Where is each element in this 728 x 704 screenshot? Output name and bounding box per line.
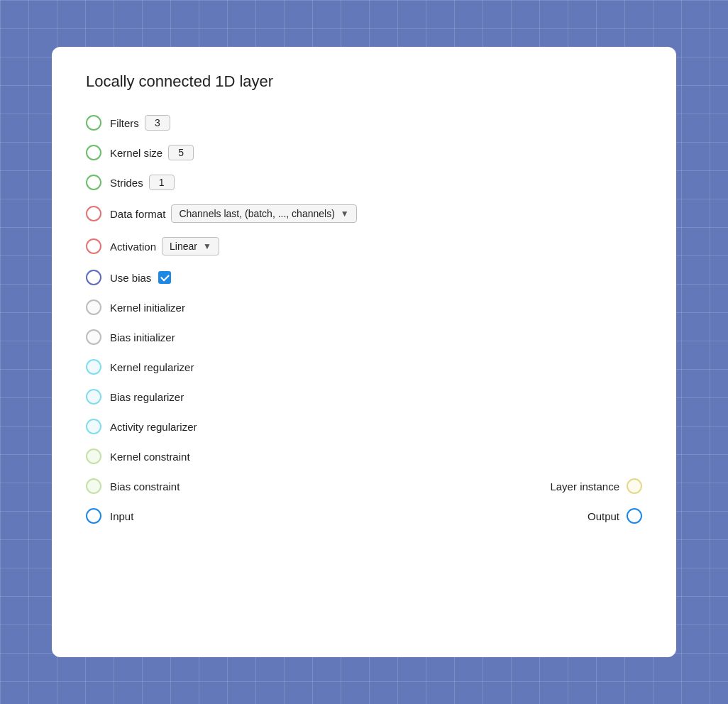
circle-bias-initializer [86,329,101,345]
row-kernel-initializer: Kernel initializer [86,292,642,322]
label-activity-regularizer: Activity regularizer [110,421,197,433]
label-input: Input [110,510,133,522]
row-strides: Strides 1 [86,167,642,197]
circle-strides [86,175,101,190]
label-strides: Strides [110,177,143,189]
circle-data-format [86,206,101,221]
row-kernel-size: Kernel size 5 [86,138,642,167]
circle-bias-regularizer [86,389,101,405]
label-filters: Filters [110,117,139,129]
row-bias-initializer: Bias initializer [86,322,642,352]
label-layer-instance: Layer instance [550,480,619,493]
dropdown-data-format-value: Channels last, (batch, ..., channels) [179,208,334,219]
row-bias-constraint: Bias constraint Layer instance [86,471,642,501]
dropdown-data-format[interactable]: Channels last, (batch, ..., channels) ▼ [171,204,356,223]
right-layer-instance: Layer instance [550,478,642,494]
right-output: Output [588,508,642,524]
card-title: Locally connected 1D layer [86,72,642,91]
label-bias-initializer: Bias initializer [110,331,175,343]
row-use-bias: Use bias [86,263,642,292]
checkbox-use-bias[interactable] [158,271,171,284]
circle-output [627,508,642,524]
circle-kernel-regularizer [86,359,101,375]
circle-filters [86,115,101,131]
label-data-format: Data format [110,208,165,220]
label-output: Output [588,510,619,522]
circle-kernel-size [86,145,101,160]
circle-kernel-initializer [86,299,101,315]
circle-layer-instance [627,478,642,494]
input-kernel-size[interactable]: 5 [168,145,194,160]
row-kernel-regularizer: Kernel regularizer [86,352,642,382]
label-kernel-initializer: Kernel initializer [110,302,185,314]
row-activity-regularizer: Activity regularizer [86,412,642,441]
chevron-down-icon: ▼ [341,209,349,219]
circle-kernel-constraint [86,449,101,464]
chevron-down-icon-activation: ▼ [203,241,211,251]
label-bias-regularizer: Bias regularizer [110,391,184,403]
row-input: Input Output [86,501,642,531]
dropdown-activation-value: Linear [170,241,197,252]
circle-activation [86,238,101,254]
input-strides[interactable]: 1 [149,175,175,190]
row-kernel-constraint: Kernel constraint [86,441,642,471]
row-data-format: Data format Channels last, (batch, ..., … [86,197,642,230]
label-use-bias: Use bias [110,272,151,284]
label-kernel-constraint: Kernel constraint [110,451,190,463]
dropdown-activation[interactable]: Linear ▼ [162,237,219,255]
label-activation: Activation [110,241,156,253]
input-filters[interactable]: 3 [145,115,170,131]
row-activation: Activation Linear ▼ [86,230,642,263]
row-filters: Filters 3 [86,108,642,138]
circle-use-bias [86,270,101,285]
row-bias-regularizer: Bias regularizer [86,382,642,412]
label-kernel-regularizer: Kernel regularizer [110,361,194,373]
circle-bias-constraint [86,478,101,494]
circle-input [86,508,101,524]
label-bias-constraint: Bias constraint [110,480,180,493]
card: Locally connected 1D layer Filters 3 Ker… [52,47,676,657]
label-kernel-size: Kernel size [110,147,162,159]
circle-activity-regularizer [86,419,101,434]
